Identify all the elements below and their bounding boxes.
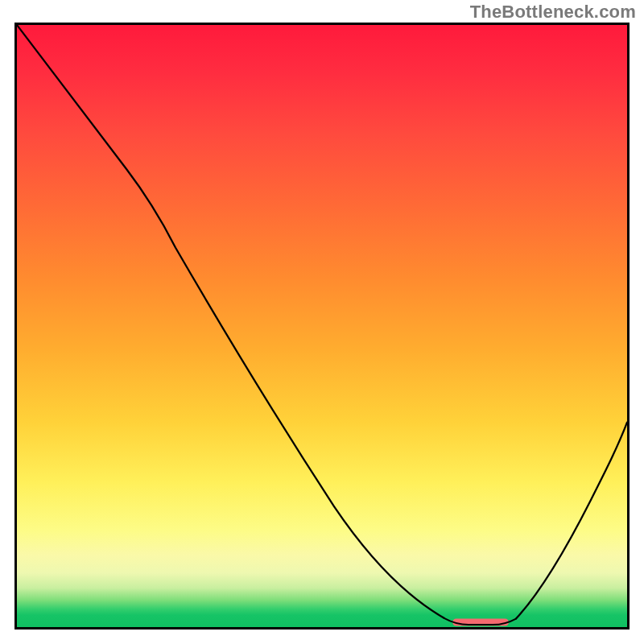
bottleneck-curve-left [17, 25, 444, 618]
bottleneck-curve-right [516, 423, 627, 619]
chart-stage: TheBottleneck.com [0, 0, 644, 644]
plot-area [14, 23, 630, 630]
curve-layer [17, 25, 627, 627]
watermark-text: TheBottleneck.com [470, 2, 636, 23]
